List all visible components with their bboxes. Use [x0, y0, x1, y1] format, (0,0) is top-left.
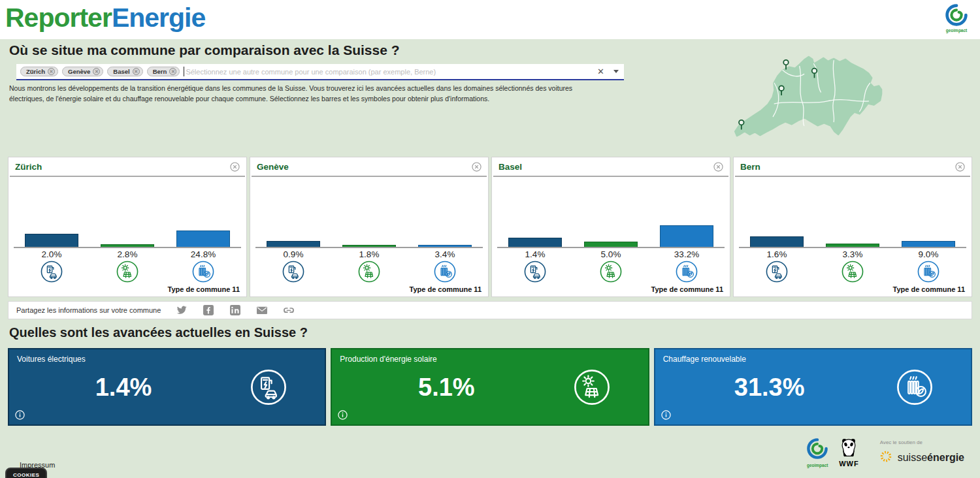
- commune-chip[interactable]: Basel✕: [107, 67, 142, 76]
- radiator-leaf-icon[interactable]: [917, 261, 939, 283]
- commune-card-title: Zürich: [15, 162, 42, 172]
- info-icon[interactable]: [661, 410, 671, 420]
- swiss-card-chauffage-renouvelable[interactable]: Chauffage renouvelable 31.3%: [654, 348, 972, 426]
- swiss-section-title: Quelles sont les avancées actuelles en S…: [9, 325, 308, 340]
- twitter-share-icon[interactable]: [176, 305, 187, 315]
- cookies-badge[interactable]: COOKIES: [5, 468, 47, 478]
- metric-icons-row: [255, 261, 483, 283]
- radiator-leaf-icon[interactable]: [434, 261, 456, 283]
- bar-value-labels: 1.4%5.0%33.2%: [497, 249, 725, 259]
- bar-value-label: 3.3%: [815, 249, 890, 259]
- ev-car-icon[interactable]: [524, 261, 546, 283]
- app-logo-part2: Energie: [112, 3, 205, 33]
- bar-value-label: 2.0%: [14, 249, 90, 259]
- commune-type-label: Type de commune 11: [410, 285, 482, 293]
- solar-panel-icon[interactable]: [358, 261, 380, 283]
- bar-value-labels: 1.6%3.3%9.0%: [739, 249, 966, 259]
- solar-panel-icon[interactable]: [116, 261, 139, 283]
- remove-chip-icon[interactable]: ✕: [169, 68, 176, 75]
- swiss-card-voitures-electriques[interactable]: Voitures électriques 1.4%: [8, 348, 326, 426]
- bar-value-label: 3.4%: [407, 249, 483, 259]
- swiss-card-label: Voitures électriques: [17, 355, 86, 364]
- bar-voitures-electriques[interactable]: [508, 238, 562, 247]
- commune-card-Zürich: Zürich 2.0%2.8%24.8%: [8, 157, 247, 297]
- bar-chauffage-renouvelable[interactable]: [176, 231, 230, 247]
- suisseenergie-logo[interactable]: Avec le soutien de suisseénergie: [879, 439, 964, 466]
- bar-chauffage-renouvelable[interactable]: [660, 225, 713, 247]
- bar-value-label: 1.4%: [497, 249, 573, 259]
- commune-cards-row: Zürich 2.0%2.8%24.8%: [8, 157, 972, 297]
- close-card-icon[interactable]: [472, 162, 482, 172]
- bar-voitures-electriques[interactable]: [267, 241, 320, 247]
- commune-bar-chart: [255, 177, 483, 248]
- bar-value-labels: 2.0%2.8%24.8%: [14, 249, 241, 259]
- commune-type-label: Type de commune 11: [893, 285, 965, 293]
- email-share-icon[interactable]: [257, 305, 267, 315]
- clear-selection-icon[interactable]: ✕: [597, 67, 604, 76]
- ev-car-icon: [250, 369, 287, 406]
- commune-chip[interactable]: Bern✕: [147, 67, 180, 76]
- wwf-logo[interactable]: WWF: [839, 438, 858, 468]
- solar-panel-icon[interactable]: [600, 261, 622, 283]
- bar-chauffage-renouvelable[interactable]: [418, 245, 472, 247]
- share-label: Partagez les informations sur votre comm…: [16, 306, 161, 314]
- close-card-icon[interactable]: [955, 162, 965, 172]
- comparison-description: Nous montrons les développements de la t…: [9, 83, 605, 104]
- linkedin-share-icon[interactable]: [230, 305, 240, 315]
- commune-card-Bern: Bern 1.6%3.3%9.0% T: [733, 157, 972, 297]
- commune-select-input[interactable]: Zürich✕Genève✕Basel✕Bern✕ Sélectionnez u…: [16, 64, 624, 80]
- commune-card-Genève: Genève 0.9%1.8%3.4%: [250, 157, 489, 297]
- support-text: Avec le soutien de: [880, 439, 964, 445]
- bar-value-label: 0.9%: [255, 249, 331, 259]
- commune-chip[interactable]: Genève✕: [62, 67, 103, 76]
- commune-type-label: Type de commune 11: [651, 285, 723, 293]
- commune-card-title: Basel: [498, 162, 522, 172]
- bar-value-label: 9.0%: [890, 249, 966, 259]
- commune-card-title: Genève: [257, 162, 289, 172]
- switzerland-land-shape: [735, 57, 881, 136]
- info-icon[interactable]: [15, 410, 25, 420]
- geoimpact-footer-logo[interactable]: geoimpact: [806, 438, 828, 468]
- info-icon[interactable]: [338, 410, 348, 420]
- wwf-label: WWF: [839, 460, 858, 468]
- suisseenergie-label: suisseénergie: [898, 452, 964, 464]
- metric-icons-row: [14, 261, 241, 283]
- select-placeholder: Sélectionnez une autre commune pour une …: [186, 68, 597, 76]
- commune-chip[interactable]: Zürich✕: [20, 67, 58, 76]
- share-icons: [176, 305, 294, 315]
- top-header: ReporterEnergie geoimpact: [0, 0, 980, 39]
- bar-value-label: 1.8%: [331, 249, 407, 259]
- bar-voitures-electriques[interactable]: [25, 234, 78, 247]
- app-logo-part1: Reporter: [5, 3, 112, 33]
- bar-energie-solaire[interactable]: [342, 245, 396, 247]
- ev-car-icon[interactable]: [41, 261, 63, 283]
- ev-car-icon[interactable]: [282, 261, 304, 283]
- ev-car-icon[interactable]: [766, 261, 788, 283]
- bar-energie-solaire[interactable]: [826, 244, 879, 247]
- remove-chip-icon[interactable]: ✕: [48, 68, 55, 75]
- dropdown-caret-icon[interactable]: [613, 70, 619, 73]
- swiss-card-energie-solaire[interactable]: Production d'énergie solaire 5.1%: [331, 348, 649, 426]
- bar-voitures-electriques[interactable]: [750, 236, 804, 247]
- bar-chauffage-renouvelable[interactable]: [902, 241, 955, 247]
- selected-commune-chips: Zürich✕Genève✕Basel✕Bern✕: [20, 67, 180, 76]
- geoimpact-logo: geoimpact: [939, 3, 973, 33]
- radiator-leaf-icon[interactable]: [192, 261, 214, 283]
- close-card-icon[interactable]: [713, 162, 723, 172]
- radiator-leaf-icon[interactable]: [676, 261, 698, 283]
- facebook-share-icon[interactable]: [203, 305, 214, 315]
- remove-chip-icon[interactable]: ✕: [93, 68, 100, 75]
- solar-panel-icon[interactable]: [841, 261, 864, 283]
- bar-energie-solaire[interactable]: [584, 242, 638, 247]
- text-cursor: [184, 67, 184, 76]
- close-card-icon[interactable]: [230, 162, 240, 172]
- swiss-card-label: Production d'énergie solaire: [340, 355, 436, 364]
- link-share-icon[interactable]: [284, 305, 294, 315]
- wwf-panda-icon: [840, 438, 858, 460]
- share-bar: Partagez les informations sur votre comm…: [8, 301, 972, 319]
- bar-energie-solaire[interactable]: [101, 244, 154, 247]
- switzerland-map: [706, 39, 980, 152]
- commune-card-Basel: Basel 1.4%5.0%33.2%: [491, 157, 730, 297]
- main-content: Où se situe ma commune par comparaison a…: [0, 39, 980, 478]
- remove-chip-icon[interactable]: ✕: [133, 68, 140, 75]
